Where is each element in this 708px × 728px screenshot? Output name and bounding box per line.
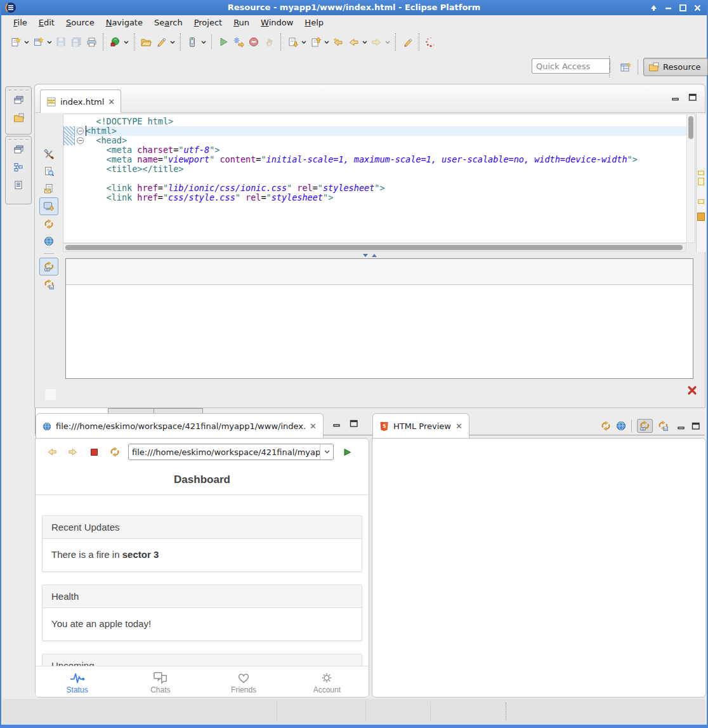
url-value[interactable]: file:///home/eskimo/workspace/421final/m… [129,447,320,457]
preview-refresh-button[interactable] [601,421,611,431]
code-line[interactable]: <meta charset="utf-8"> [63,145,686,155]
titlebar[interactable]: Resource - myapp1/www/index.html - Eclip… [1,0,707,15]
html-preview-tab[interactable]: 5 HTML Preview ✕ [372,413,469,439]
app-tab-status[interactable]: Status [36,666,119,698]
preview-sync-keyboard-button[interactable] [637,419,653,433]
external-browser-button[interactable] [368,444,369,460]
close-icon[interactable]: ✕ [456,422,462,430]
editor-tab-index-html[interactable]: HTM index.html ✕ [40,89,121,113]
menu-source[interactable]: Source [60,17,100,29]
device-dropdown[interactable] [200,41,207,44]
quick-access-input[interactable] [532,58,610,74]
statusbar-grip[interactable] [506,703,506,720]
close-icon[interactable]: ✕ [108,98,115,106]
new-wizard-button[interactable] [8,34,23,50]
fold-collapse-icon[interactable] [77,137,84,144]
minimized-view-stack-1[interactable] [5,86,32,135]
save-button[interactable] [53,34,69,50]
print-button[interactable] [84,34,99,50]
fold-collapse-icon[interactable] [77,128,84,135]
terminate-button[interactable] [246,34,261,50]
open-folder-button[interactable] [138,34,154,50]
forward-dropdown[interactable] [384,41,391,44]
app-tab-friends[interactable]: Friends [202,666,285,698]
previous-annotation-dropdown[interactable] [323,41,331,44]
menu-help[interactable]: Help [299,17,329,29]
new-view-dropdown[interactable] [46,41,53,44]
browser-forward-button[interactable] [65,444,81,460]
code-line[interactable]: <html> [63,126,686,136]
restore-view-button[interactable] [6,140,31,158]
sync-save-button[interactable] [40,276,58,293]
menu-edit[interactable]: Edit [33,17,60,29]
split-sash[interactable] [35,252,705,258]
browser-stop-button[interactable] [86,444,102,460]
next-annotation-button[interactable] [285,34,300,50]
editor-vertical-scrollbar[interactable] [686,114,695,243]
overview-ruler[interactable] [696,114,705,252]
minimize-button[interactable] [664,4,672,12]
maximize-button[interactable] [679,4,687,12]
shade-button[interactable] [650,4,658,12]
next-annotation-dropdown[interactable] [300,41,308,44]
browser-go-button[interactable] [339,444,355,460]
browser-button[interactable] [40,233,58,249]
external-tools-button[interactable] [107,34,122,50]
minimize-view-button[interactable] [678,422,686,430]
code-line[interactable]: <link href="lib/ionic/css/ionic.css" rel… [63,183,686,193]
source-editor[interactable]: <!DOCTYPE html><html> <head> <meta chars… [63,114,686,243]
menu-project[interactable]: Project [188,17,228,29]
pin-editor-button[interactable] [400,34,415,50]
forward-button[interactable] [369,34,384,50]
open-perspective-button[interactable] [618,60,633,75]
device-button[interactable] [185,34,200,50]
code-line[interactable]: <title></title> [63,164,686,174]
project-explorer-button[interactable] [6,109,31,126]
url-dropdown-button[interactable] [320,444,333,460]
refresh-button[interactable] [40,216,58,232]
new-view-button[interactable] [30,34,46,50]
menu-run[interactable]: Run [228,17,255,29]
properties-view-button[interactable] [6,176,31,194]
minimized-view-stack-2[interactable] [5,136,32,204]
menu-search[interactable]: Search [148,17,188,29]
app-tab-account[interactable]: Account [285,666,369,698]
save-all-button[interactable] [69,34,84,50]
browser-back-button[interactable] [44,444,60,460]
debug-wizard-button[interactable] [231,34,246,50]
code-line[interactable] [63,174,686,183]
code-line[interactable]: <head> [63,136,686,145]
menu-navigate[interactable]: Navigate [100,17,148,29]
menu-file[interactable]: File [8,17,33,29]
external-tools-dropdown[interactable] [122,41,130,44]
run-button[interactable] [216,34,231,50]
code-line[interactable]: <!DOCTYPE html> [63,117,686,126]
browser-tab[interactable]: file:///home/eskimo/workspace/421final/m… [36,413,324,439]
design-view-button[interactable] [39,197,58,215]
preview-sync-save-button[interactable] [658,421,669,431]
last-edit-location-button[interactable] [331,34,346,50]
maximize-view-button[interactable] [692,422,700,430]
menu-window[interactable]: Window [255,17,299,29]
mark-pen-button[interactable] [154,34,169,50]
restore-view-button[interactable] [6,91,31,109]
preview-browser-button[interactable] [616,421,626,431]
url-combo[interactable]: file:///home/eskimo/workspace/421final/m… [128,444,334,460]
minimize-view-button[interactable] [672,93,681,101]
html-preview-body[interactable] [372,438,706,698]
mark-pen-dropdown[interactable] [169,41,176,44]
close-button[interactable] [693,4,702,12]
code-line[interactable]: <meta name="viewport" content="initial-s… [63,155,686,164]
sash-arrow-down-icon[interactable] [363,254,368,257]
sash-arrow-up-icon[interactable] [372,254,377,257]
new-wizard-dropdown[interactable] [23,41,30,44]
hand-button[interactable] [261,34,277,50]
close-icon[interactable]: ✕ [310,422,317,430]
editor-horizontal-scrollbar[interactable] [63,243,686,252]
maximize-view-button[interactable] [350,420,358,427]
resource-perspective-button[interactable]: Resource [643,58,708,76]
progress-spinner-icon[interactable] [423,34,438,50]
back-dropdown[interactable] [361,41,369,44]
browser-refresh-button[interactable] [107,444,122,460]
close-error-button[interactable] [687,385,697,395]
